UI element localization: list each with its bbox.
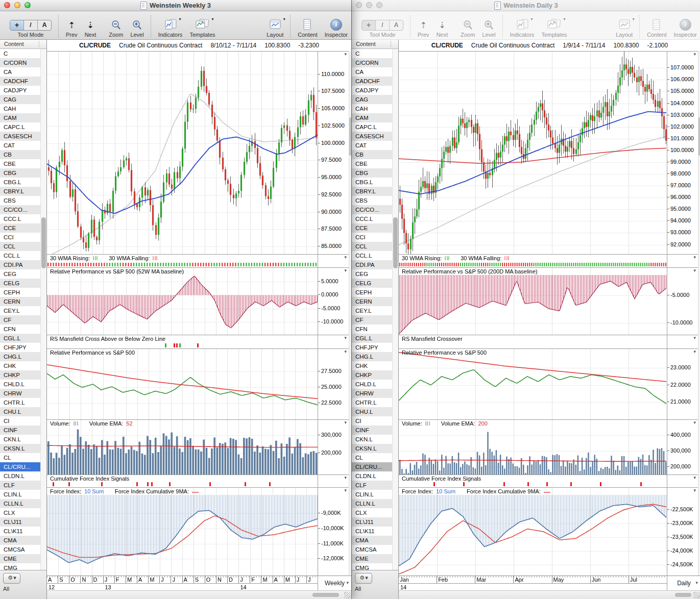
list-item[interactable]: CHLD.L (0, 380, 40, 389)
list-item[interactable]: CL/CRU... (352, 462, 392, 471)
list-item[interactable]: CMG (0, 563, 40, 570)
relative-strength-y-axis[interactable]: 27.500025.000022.5000 (318, 349, 349, 419)
templates-button[interactable]: ▾ Templates (189, 12, 215, 38)
list-item[interactable]: CL\K11 (0, 527, 40, 536)
list-item[interactable]: CLLN.L (352, 499, 392, 508)
period-selector[interactable]: Weekly (318, 576, 351, 591)
wma-y-axis[interactable] (667, 255, 698, 267)
force-index-signals-y-axis[interactable] (667, 475, 698, 487)
list-item[interactable]: CCL.L (352, 251, 392, 260)
list-item[interactable]: CL\J11 (0, 517, 40, 527)
text-tool-button[interactable] (389, 20, 403, 30)
next-button[interactable]: ⇣ Next (437, 12, 448, 38)
list-item[interactable]: CADJPY (352, 86, 392, 95)
price-plot[interactable] (47, 52, 318, 254)
list-item[interactable]: CLDN.L (0, 471, 40, 481)
list-item[interactable]: CB (352, 150, 392, 159)
list-item[interactable]: CC/CO... (0, 205, 40, 214)
resize-grip[interactable] (344, 592, 351, 598)
list-item[interactable]: CF (352, 315, 392, 325)
sidebar-header[interactable]: Content (0, 40, 46, 49)
volume-y-axis[interactable]: 400,000300,000200,000 (667, 420, 698, 475)
force-index-signals-y-axis[interactable] (318, 475, 349, 487)
list-item[interactable]: CAT (352, 141, 392, 150)
list-item[interactable]: CMCSA (352, 545, 392, 554)
tool-mode-segmented[interactable] (361, 20, 403, 31)
list-item[interactable]: CASESCH (0, 132, 40, 141)
list-item[interactable]: CA (0, 67, 40, 77)
list-item[interactable]: CC/CO... (352, 205, 392, 214)
list-item[interactable]: CEPH (352, 288, 392, 297)
trendline-tool-button[interactable] (23, 20, 37, 30)
trendline-tool-button[interactable] (375, 20, 389, 30)
layout-button[interactable]: ▾ Layout (616, 12, 633, 38)
list-item[interactable]: CELG (0, 279, 40, 288)
inspector-button[interactable]: i Inspector (325, 12, 348, 38)
list-item[interactable]: CCE (0, 223, 40, 233)
list-item[interactable]: CHG.L (0, 352, 40, 361)
list-item[interactable]: CINF (0, 426, 40, 435)
list-item[interactable]: CEPH (0, 288, 40, 297)
relative-strength-plot[interactable]: Relative Performance vs S&P 500 (399, 349, 667, 419)
list-item[interactable]: CME (0, 554, 40, 563)
list-item[interactable]: CKSN.L (0, 444, 40, 453)
minimize-button[interactable] (366, 2, 372, 8)
wma-y-axis[interactable] (318, 255, 349, 267)
price-plot[interactable] (399, 52, 667, 254)
wma-signal-plot[interactable]: 30 WMA Rising:30 WMA Falling: (399, 255, 667, 267)
list-item[interactable]: CDI.PA (352, 260, 392, 269)
list-item[interactable]: CBG (0, 168, 40, 178)
list-item[interactable]: CLIN.L (0, 490, 40, 499)
list-item[interactable]: CERN (352, 297, 392, 306)
wma-signal-plot[interactable]: 30 WMA Rising:30 WMA Falling: (47, 255, 318, 267)
mansfield-y-axis[interactable] (318, 335, 349, 348)
resize-grip[interactable] (693, 592, 700, 598)
scrollbar-thumb[interactable] (41, 217, 46, 268)
list-item[interactable]: CADCHF (0, 77, 40, 86)
mansfield-y-axis[interactable] (667, 335, 698, 348)
minimize-button[interactable] (14, 2, 20, 8)
indicators-button[interactable]: ▾ Indicators (158, 12, 183, 38)
list-item[interactable]: CL (352, 453, 392, 462)
list-item[interactable]: CAM (0, 113, 40, 122)
list-item[interactable]: CI (0, 416, 40, 426)
list-item[interactable]: CB (0, 150, 40, 159)
list-item[interactable]: CF (0, 315, 40, 325)
list-item[interactable]: CBS (0, 196, 40, 205)
volume-y-axis[interactable]: 300,000200,000 (318, 420, 349, 475)
date-axis[interactable]: ASONDJFMAMJJASONDJFMAMJJ 121314 Weekly (47, 576, 351, 591)
zoom-out-button[interactable]: Zoom (109, 12, 123, 38)
list-item[interactable]: CLX (0, 508, 40, 517)
volume-plot[interactable]: Volume:Volume EMA:52 (47, 420, 318, 475)
date-axis[interactable]: JanFebMarAprMayJunJul 14 Daily (399, 576, 700, 591)
zoom-window-button[interactable] (25, 2, 31, 8)
horizontal-scrollbar[interactable] (399, 590, 700, 599)
list-item[interactable]: CADJPY (0, 86, 40, 95)
relative-strength-plot[interactable]: Relative Performance vs S&P 500 (47, 349, 318, 419)
force-index-y-axis[interactable]: -9,000K-10,000K-11,000K-12,000K (318, 488, 349, 576)
list-item[interactable]: CEY.L (0, 306, 40, 315)
list-item[interactable]: CGL.L (352, 334, 392, 343)
relative-performance-y-axis[interactable]: -5.0000-10.0000 (667, 268, 698, 335)
list-item[interactable]: CLLN.L (0, 499, 40, 508)
relative-performance-y-axis[interactable]: 5.00000.0000-5.0000-10.0000 (318, 268, 349, 335)
list-item[interactable]: C (352, 49, 392, 58)
list-item[interactable]: CBRY.L (0, 187, 40, 196)
list-item[interactable]: CLF (0, 481, 40, 490)
list-item[interactable]: CLDN.L (352, 471, 392, 481)
titlebar[interactable]: Weinstein Daily 3 (352, 0, 700, 11)
list-item[interactable]: CCI (0, 233, 40, 242)
list-item[interactable]: CCL (352, 242, 392, 251)
list-item[interactable]: CL/CRU... (0, 462, 40, 471)
scrollbar-thumb[interactable] (393, 217, 398, 268)
list-item[interactable]: CCI (352, 233, 392, 242)
list-item[interactable]: CMA (352, 536, 392, 545)
list-item[interactable]: CDI.PA (0, 260, 40, 269)
crosshair-tool-button[interactable] (10, 20, 23, 30)
list-item[interactable]: CMCSA (0, 545, 40, 554)
prev-button[interactable]: ⇡ Prev (418, 12, 429, 38)
list-item[interactable]: CAPC.L (352, 122, 392, 132)
list-item[interactable]: CEG (352, 269, 392, 279)
list-item[interactable]: CMA (0, 536, 40, 545)
text-tool-button[interactable] (37, 20, 51, 30)
